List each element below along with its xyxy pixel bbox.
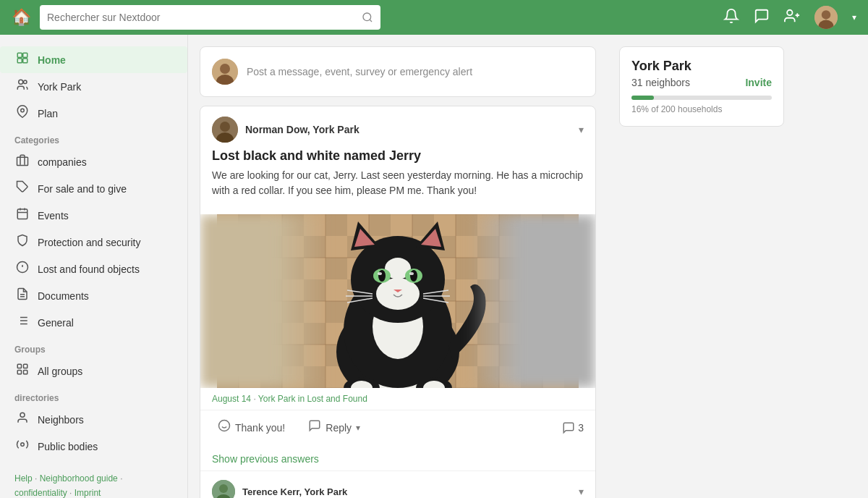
neighborhood-name: York Park [631,59,772,74]
post-card-chevron[interactable]: ▾ [579,124,584,135]
reply-button[interactable]: Reply ▾ [302,416,366,439]
neighborhood-guide-link[interactable]: Neighborhood guide [40,473,118,484]
post-author-name: Norman Dow, York Park [245,124,359,135]
topnav: 🏠 ▾ [0,0,868,35]
add-friend-icon[interactable] [784,8,800,28]
svg-rect-9 [23,53,27,57]
main-content: Post a message, event, survey or emergen… [188,35,608,498]
sidebar-item-events[interactable]: Events [0,202,187,229]
notifications-icon[interactable] [723,8,739,28]
neighborhood-card: York Park 31 neighbors Invite 16% of 200… [619,46,784,127]
sidebar-item-general-label: General [38,317,74,329]
svg-rect-8 [17,53,22,57]
search-input[interactable] [47,12,356,23]
topnav-icons: ▾ [723,6,856,29]
neighborhood-meta: 31 neighbors Invite [631,77,772,88]
svg-point-85 [219,484,228,493]
sidebar-footer: Help · Neighborhood guide · confidential… [0,460,187,498]
svg-point-14 [21,109,25,112]
post-location[interactable]: York Park in Lost and Found [258,394,367,404]
reply-author-name: Terence Kerr, York Park [242,486,347,497]
sidebar-item-documents-label: Documents [38,290,89,302]
reply-section: Terence Kerr, York Park ▾ Sorry to hear!… [200,470,595,498]
post-box-avatar [212,59,238,85]
public-bodies-icon [14,438,30,455]
confidentiality-link[interactable]: confidentiality [14,488,67,498]
show-previous-answers[interactable]: Show previous answers [200,447,595,470]
sidebar-item-home-label: Home [38,54,66,66]
post-card-body: Lost black and white named Jerry We are … [200,148,595,214]
reply-chevron-icon[interactable]: ▾ [579,486,584,497]
page-layout: Home York Park Plan Categories [0,35,868,498]
svg-point-13 [24,80,27,84]
reply-chevron: ▾ [356,423,360,433]
sidebar-item-york-park[interactable]: York Park [0,73,187,100]
general-icon [14,314,30,331]
help-link[interactable]: Help [14,473,33,484]
svg-rect-11 [23,59,27,63]
messages-icon[interactable] [754,8,770,28]
home-icon[interactable]: 🏠 [12,8,31,27]
categories-section-label: Categories [0,127,187,148]
svg-point-70 [378,270,386,282]
progress-label: 16% of 200 households [631,104,772,114]
sidebar-item-plan[interactable]: Plan [0,100,187,127]
sidebar-item-events-label: Events [38,210,69,221]
imprint-link[interactable]: Imprint [75,488,101,498]
sidebar-item-for-sale-label: For sale and to give [38,183,127,195]
sidebar-item-home[interactable]: Home [0,46,187,73]
user-menu-chevron[interactable]: ▾ [852,12,856,22]
svg-line-1 [370,20,372,22]
sidebar: Home York Park Plan Categories [0,35,188,498]
sidebar-item-public-bodies[interactable]: Public bodies [0,433,187,460]
svg-point-0 [363,13,371,21]
post-date: August 14 [212,394,251,404]
svg-point-2 [787,9,792,14]
post-card-actions: Thank you! Reply ▾ [200,410,595,447]
sidebar-item-all-groups[interactable]: All groups [0,358,187,384]
home-nav-icon [14,51,30,68]
post-box[interactable]: Post a message, event, survey or emergen… [200,46,596,97]
neighbors-icon [14,411,30,428]
progress-bar-fill [631,96,654,100]
sidebar-item-companies-label: companies [38,156,87,168]
reply-author-avatar [212,480,235,498]
sidebar-item-general[interactable]: General [0,309,187,336]
image-blur-left [200,214,327,388]
sidebar-item-protection[interactable]: Protection and security [0,229,187,256]
user-avatar[interactable] [814,6,838,29]
post-title: Lost black and white named Jerry [212,148,584,164]
invite-button[interactable]: Invite [745,77,772,88]
search-box[interactable] [40,5,380,30]
post-text: We are looking for our cat, Jerry. Last … [212,168,584,198]
sidebar-item-for-sale[interactable]: For sale and to give [0,175,187,202]
sidebar-item-neighbors-label: Neighbors [38,414,84,426]
thank-you-label: Thank you! [235,422,285,434]
post-card: Norman Dow, York Park ▾ Lost black and w… [200,106,596,498]
right-panel: York Park 31 neighbors Invite 16% of 200… [608,35,796,498]
sidebar-item-companies[interactable]: companies [0,148,187,175]
post-box-placeholder: Post a message, event, survey or emergen… [247,66,472,77]
svg-point-81 [219,421,230,431]
comments-count[interactable]: 3 [562,421,584,434]
documents-icon [14,287,30,304]
svg-rect-10 [17,59,22,63]
svg-point-72 [378,272,382,275]
svg-point-6 [822,10,830,19]
sidebar-item-lost-found[interactable]: Lost and found objects [0,256,187,282]
groups-section-label: Groups [0,336,187,358]
sidebar-item-documents[interactable]: Documents [0,282,187,309]
svg-rect-35 [24,371,27,374]
svg-point-36 [20,413,25,417]
post-author-avatar [212,117,238,143]
svg-point-71 [410,270,417,282]
sidebar-item-plan-label: Plan [38,108,58,119]
progress-bar-background [631,96,772,100]
sidebar-item-neighbors[interactable]: Neighbors [0,406,187,433]
thank-you-button[interactable]: Thank you! [212,416,291,439]
companies-icon [14,153,30,170]
all-groups-icon [14,363,30,379]
lost-found-icon [14,261,30,277]
svg-rect-15 [17,157,28,165]
post-card-meta: August 14 · York Park in Lost and Found [200,388,595,410]
